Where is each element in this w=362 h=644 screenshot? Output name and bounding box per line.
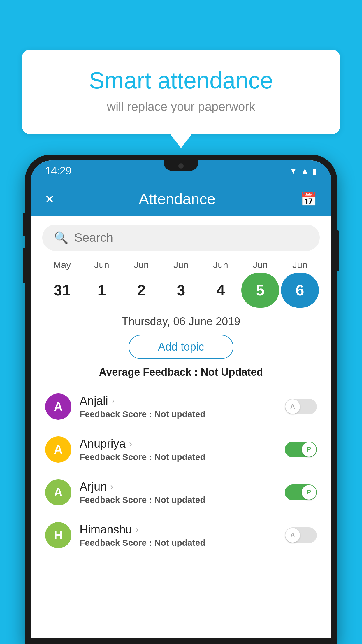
list-item: A Arjun › Feedback Score : Not updated P [39,471,323,514]
calendar-months: May Jun Jun Jun Jun Jun Jun [42,260,320,273]
month-1: Jun [83,260,121,270]
month-3: Jun [162,260,200,270]
phone-screen: 14:29 ▼ ▲ ▮ × Attendance 📅 🔍 May Jun Jun… [31,160,331,638]
add-topic-button[interactable]: Add topic [129,335,233,359]
chevron-right-icon: › [110,482,113,491]
battery-icon: ▮ [312,166,317,176]
month-0: May [43,260,81,270]
signal-icon: ▲ [301,166,309,176]
month-5: Jun [241,260,279,270]
feedback-score: Feedback Score : Not updated [80,495,285,505]
avg-feedback-label: Average Feedback : [99,366,198,378]
search-icon: 🔍 [54,231,68,245]
feedback-score: Feedback Score : Not updated [80,409,285,419]
toggle-knob: P [302,442,316,457]
status-time: 14:29 [45,165,71,177]
attendance-toggle[interactable]: A [285,399,317,414]
calendar-icon[interactable]: 📅 [300,191,317,207]
date-2[interactable]: 2 [122,273,160,308]
list-item: H Himanshu › Feedback Score : Not update… [39,514,323,557]
month-2: Jun [122,260,160,270]
bubble-subtitle: will replace your paperwork [45,100,317,114]
wifi-icon: ▼ [289,166,298,176]
chevron-right-icon: › [112,396,115,406]
avatar: A [45,436,71,463]
phone-frame: 14:29 ▼ ▲ ▮ × Attendance 📅 🔍 May Jun Jun… [25,155,337,644]
avatar: H [45,522,71,548]
student-info: Himanshu › Feedback Score : Not updated [71,523,285,548]
date-3[interactable]: 3 [162,273,200,308]
student-list: A Anjali › Feedback Score : Not updated … [31,385,331,557]
avg-feedback: Average Feedback : Not Updated [31,366,331,378]
toggle-knob: A [285,528,300,542]
toggle-knob: P [302,485,316,500]
calendar-dates: 31 1 2 3 4 5 6 [42,273,320,312]
close-button[interactable]: × [45,190,54,208]
chevron-right-icon: › [136,524,138,534]
feedback-score: Feedback Score : Not updated [80,538,285,548]
speech-bubble: Smart attendance will replace your paper… [22,50,340,134]
student-name[interactable]: Arjun › [80,480,285,493]
feedback-score: Feedback Score : Not updated [80,452,285,462]
avatar: A [45,479,71,505]
month-6: Jun [281,260,319,270]
list-item: A Anjali › Feedback Score : Not updated … [39,385,323,428]
student-name[interactable]: Anupriya › [80,437,285,450]
date-4[interactable]: 4 [202,273,240,308]
date-1[interactable]: 1 [83,273,121,308]
student-info: Anupriya › Feedback Score : Not updated [71,437,285,462]
avg-feedback-value: Not Updated [201,366,263,378]
date-label: Thursday, 06 June 2019 [31,315,331,328]
status-icons: ▼ ▲ ▮ [289,166,317,176]
student-name[interactable]: Anjali › [80,394,285,407]
calendar-strip: May Jun Jun Jun Jun Jun Jun 31 1 2 3 4 5… [31,257,331,312]
camera [178,163,184,169]
bubble-title: Smart attendance [45,67,317,94]
student-info: Anjali › Feedback Score : Not updated [71,394,285,419]
search-bar[interactable]: 🔍 [42,225,320,251]
student-info: Arjun › Feedback Score : Not updated [71,480,285,505]
attendance-toggle[interactable]: P [285,484,317,500]
month-4: Jun [202,260,240,270]
student-name[interactable]: Himanshu › [80,523,285,536]
avatar: A [45,393,71,420]
date-5-today[interactable]: 5 [241,273,279,308]
date-6-selected[interactable]: 6 [281,273,319,308]
date-0[interactable]: 31 [43,273,81,308]
header-title: Attendance [139,190,215,208]
phone-notch [164,160,198,171]
search-input[interactable] [74,231,308,245]
list-item: A Anupriya › Feedback Score : Not update… [39,428,323,471]
app-header: × Attendance 📅 [31,181,331,216]
attendance-toggle[interactable]: A [285,527,317,543]
attendance-toggle[interactable]: P [285,442,317,457]
chevron-right-icon: › [129,439,132,449]
toggle-knob: A [285,399,300,414]
